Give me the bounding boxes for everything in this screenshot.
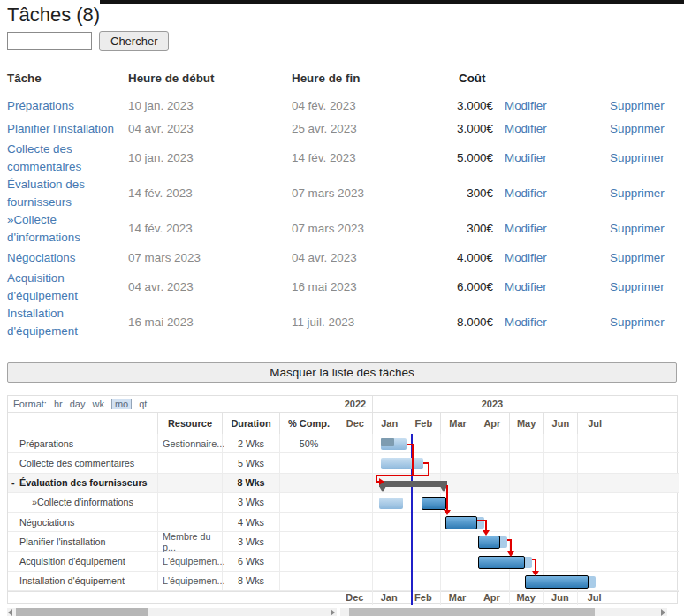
task-row: »Collecte d'informations14 fév. 202307 m… <box>7 211 677 247</box>
collapse-toggle[interactable]: - <box>11 477 15 488</box>
hide-task-list-button[interactable]: Masquer la liste des tâches <box>7 362 677 383</box>
format-option-qt[interactable]: qt <box>139 399 147 409</box>
task-delete-link[interactable]: Supprimer <box>610 314 665 331</box>
dependency-arrow <box>444 510 451 515</box>
task-delete-link[interactable]: Supprimer <box>610 278 665 296</box>
task-name-cell: »Collecte d'informations <box>7 211 128 247</box>
gantt-task-bar[interactable] <box>422 497 446 510</box>
gantt-duration: 8 Wks <box>222 572 279 590</box>
dependency-arrow <box>507 551 514 557</box>
footer-month-label: Mar <box>440 591 475 605</box>
task-delete-link[interactable]: Supprimer <box>610 220 665 238</box>
task-end-date: 16 mai 2023 <box>292 278 449 296</box>
task-link[interactable]: Collecte des commentaires <box>7 142 81 173</box>
task-end-date: 14 fév. 2023 <box>292 149 449 167</box>
task-delete-link[interactable]: Supprimer <box>610 185 665 202</box>
gantt-resource: Membre du p... <box>157 532 222 551</box>
gantt-complete-bar <box>381 438 394 446</box>
task-cost: 4.000€ <box>449 249 493 267</box>
dependency-arrow <box>532 571 539 576</box>
search-input[interactable] <box>7 32 92 50</box>
task-edit-link[interactable]: Modifier <box>505 249 610 267</box>
gantt-task-bar[interactable] <box>478 536 500 549</box>
task-link[interactable]: Planifier l'installation <box>7 122 114 135</box>
gantt-pct-complete <box>279 474 338 492</box>
task-table-body: Préparations10 jan. 202304 fév. 20233.00… <box>7 95 677 340</box>
task-link[interactable]: Préparations <box>7 99 74 112</box>
task-name-cell: Collecte des commentaires <box>7 141 128 176</box>
month-gridline <box>509 434 510 605</box>
task-cost: 3.000€ <box>449 120 493 138</box>
month-header: Mar <box>440 413 475 434</box>
month-header: May <box>509 413 543 434</box>
grid-hscrollbar-right-arrow[interactable] <box>331 609 335 616</box>
task-link[interactable]: »Collecte d'informations <box>7 213 80 244</box>
task-end-date: 04 avr. 2023 <box>292 249 449 267</box>
dependency-arrow <box>483 530 490 536</box>
gantt-pct-complete <box>279 572 338 590</box>
task-edit-link[interactable]: Modifier <box>505 120 610 138</box>
task-edit-link[interactable]: Modifier <box>505 314 610 331</box>
gantt-duration: 5 Wks <box>222 453 279 472</box>
task-edit-link[interactable]: Modifier <box>505 97 610 115</box>
task-cost: 300€ <box>449 220 493 238</box>
chart-hscrollbar-thumb[interactable] <box>349 608 595 616</box>
gantt-pct-complete <box>279 513 338 531</box>
gantt-resource <box>157 493 222 512</box>
col-header-start: Heure de début <box>128 70 292 87</box>
format-option-day[interactable]: day <box>70 399 86 409</box>
page: Tâches (8) Chercher Tâche Heure de début… <box>0 0 684 616</box>
format-option-mo[interactable]: mo <box>111 399 132 409</box>
task-end-date: 04 fév. 2023 <box>292 97 449 115</box>
format-option-wk[interactable]: wk <box>92 399 103 409</box>
year-header: 2022 <box>338 396 372 413</box>
task-start-date: 14 fév. 2023 <box>128 185 292 202</box>
task-delete-link[interactable]: Supprimer <box>610 249 665 267</box>
task-name-cell: Évaluation des fournisseurs <box>7 176 128 211</box>
gantt-task-bar[interactable] <box>381 458 423 469</box>
task-edit-link[interactable]: Modifier <box>505 220 610 238</box>
footer-month-label: Jul <box>577 591 612 605</box>
grid-hscrollbar-left-arrow[interactable] <box>8 609 12 616</box>
gantt-task-bar[interactable] <box>445 516 477 529</box>
search-button[interactable]: Chercher <box>99 31 169 51</box>
task-link[interactable]: Acquisition d'équipement <box>7 271 78 302</box>
gantt-resource: Gestionnaire... <box>157 434 222 452</box>
task-edit-link[interactable]: Modifier <box>505 278 610 296</box>
gantt-task-bar[interactable] <box>379 498 403 509</box>
task-delete-link[interactable]: Supprimer <box>610 120 665 138</box>
dependency-arrow <box>379 478 384 485</box>
format-option-hr[interactable]: hr <box>54 399 63 409</box>
task-delete-link[interactable]: Supprimer <box>610 97 665 115</box>
task-link[interactable]: Évaluation des fournisseurs <box>7 178 85 209</box>
grid-hscrollbar-thumb[interactable] <box>16 608 148 616</box>
task-row: Planifier l'installation04 avr. 202325 a… <box>7 118 677 141</box>
month-header: Jun <box>543 413 578 434</box>
gantt-task-bar[interactable] <box>478 556 525 569</box>
gantt-resource: L'équipemen... <box>157 552 222 571</box>
task-edit-link[interactable]: Modifier <box>505 149 610 167</box>
gantt-task-bar[interactable] <box>525 575 589 589</box>
task-start-date: 14 fév. 2023 <box>128 220 292 238</box>
gantt-summary-bar[interactable] <box>379 481 447 487</box>
gantt-task-name: Collecte des commentaires <box>8 453 157 472</box>
task-link[interactable]: Négociations <box>7 251 75 264</box>
task-cost: 300€ <box>449 185 493 202</box>
month-gridline <box>338 434 338 605</box>
chart-hscrollbar-right-arrow[interactable] <box>661 609 665 616</box>
gantt-resource <box>157 474 222 492</box>
task-delete-link[interactable]: Supprimer <box>610 149 665 167</box>
gantt-duration: 3 Wks <box>222 493 279 512</box>
month-header: Jul <box>577 413 612 434</box>
task-row: Installation d'équipement16 mai 202311 j… <box>7 305 677 340</box>
task-edit-link[interactable]: Modifier <box>505 185 610 202</box>
page-title: Tâches (8) <box>7 4 100 27</box>
gantt-task-name: Acquisition d'équipement <box>8 552 157 571</box>
task-name-cell: Installation d'équipement <box>7 305 128 340</box>
task-link[interactable]: Installation d'équipement <box>7 307 78 338</box>
gantt-task-name: Planifier l'installation <box>8 532 157 551</box>
month-gridline <box>440 434 441 605</box>
gantt-resource <box>157 453 222 472</box>
task-start-date: 10 jan. 2023 <box>128 149 292 167</box>
gantt-duration: 2 Wks <box>222 434 279 452</box>
